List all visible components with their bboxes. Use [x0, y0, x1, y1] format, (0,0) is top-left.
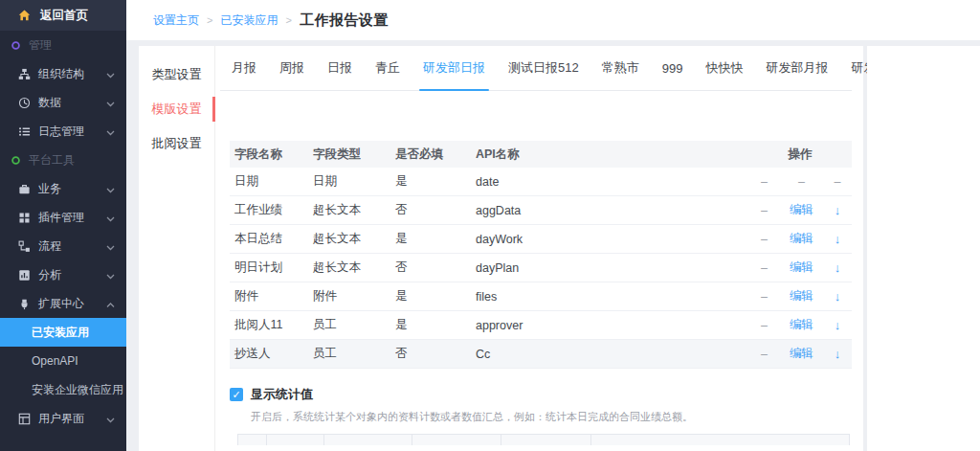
cell-api-name: files: [476, 290, 748, 304]
breadcrumb-settings-home[interactable]: 设置主页: [153, 12, 199, 29]
col-header-required: 是否必填: [395, 147, 476, 163]
action-dash: –: [748, 290, 780, 304]
tab-daily[interactable]: 日报: [316, 46, 364, 90]
sidebar-subitem-openapi[interactable]: OpenAPI: [0, 347, 126, 375]
ring-purple-icon: [10, 39, 22, 52]
sidebar-subitem-install-wecom-app[interactable]: 安装企业微信应用: [0, 375, 126, 404]
cell-required: 否: [395, 259, 476, 276]
sidebar-group-label: 管理: [29, 37, 52, 54]
move-down-icon[interactable]: ↓: [823, 318, 852, 332]
sidebar-item-workflow[interactable]: 流程: [0, 232, 126, 260]
sidebar-item-label: 数据: [38, 95, 61, 111]
tab-changshu[interactable]: 常熟市: [590, 46, 651, 90]
cell-required: 否: [395, 346, 476, 362]
sidebar-item-label: 流程: [38, 238, 61, 255]
edit-link[interactable]: 编辑: [780, 202, 823, 218]
action-dash: –: [748, 261, 780, 275]
cell-field-type: 附件: [313, 288, 395, 304]
breadcrumb: 设置主页 > 已安装应用 > 工作报告设置: [126, 0, 980, 40]
tab-rnd-monthly[interactable]: 研发部月报: [754, 46, 839, 90]
sidebar-item-logs[interactable]: 日志管理: [0, 117, 126, 146]
settings-menu-type[interactable]: 类型设置: [139, 57, 214, 92]
sidebar-item-extension-center[interactable]: 扩展中心: [0, 289, 126, 318]
cell-field-type: 员工: [313, 346, 395, 362]
cell-field-type: 超长文本: [313, 202, 395, 218]
tab-999[interactable]: 999: [651, 46, 695, 90]
sidebar-home-label: 返回首页: [40, 8, 88, 24]
sidebar-group-label: 平台工具: [29, 152, 75, 169]
move-down-icon[interactable]: ↓: [823, 347, 852, 361]
chevron-down-icon: [106, 209, 115, 226]
edit-link[interactable]: 编辑: [780, 288, 823, 304]
sidebar-group-admin: 管理: [0, 31, 126, 59]
tab-kuaikuaikuai[interactable]: 快快快: [694, 46, 754, 90]
settings-menu-template[interactable]: 模版设置: [139, 92, 214, 126]
sidebar-item-analytics[interactable]: 分析: [0, 260, 126, 289]
breadcrumb-separator: >: [285, 14, 291, 26]
main-panel: 类型设置 模版设置 批阅设置 月报 周报 日报 青丘 研发部日报 测试日报512…: [139, 46, 863, 451]
col-header-actions: 操作: [748, 147, 852, 163]
sidebar-item-user-interface[interactable]: 用户界面: [0, 404, 126, 433]
table-row: 本日总结 超长文本 是 dayWork – 编辑 ↓: [230, 225, 852, 254]
cell-api-name: aggData: [476, 204, 748, 217]
sidebar-item-label: 扩展中心: [38, 296, 84, 312]
page-title: 工作报告设置: [300, 11, 389, 30]
sidebar-item-label: 用户界面: [38, 411, 84, 427]
org-icon: [18, 68, 31, 80]
sidebar-item-label: 组织结构: [38, 66, 84, 82]
tab-monthly[interactable]: 月报: [220, 46, 268, 90]
tab-rnd-daily[interactable]: 研发部日报: [412, 46, 497, 90]
layout-icon: [18, 413, 31, 425]
chart-icon: [18, 269, 31, 282]
edit-link[interactable]: 编辑: [780, 346, 823, 362]
action-dash: –: [748, 348, 780, 361]
cell-required: 是: [395, 317, 476, 333]
sidebar: 返回首页 管理 组织结构 数据 日志管理 平台工具 业务: [0, 0, 126, 451]
cell-field-type: 日期: [313, 173, 395, 190]
cell-api-name: dayPlan: [476, 261, 748, 275]
edit-link[interactable]: 编辑: [780, 317, 823, 333]
cell-required: 是: [395, 288, 476, 304]
action-dash: –: [748, 204, 780, 217]
show-stats-checkbox[interactable]: ✓: [230, 388, 243, 401]
report-tabs: 月报 周报 日报 青丘 研发部日报 测试日报512 常熟市 999 快快快 研发…: [220, 46, 852, 91]
table-row: 明日计划 超长文本 否 dayPlan – 编辑 ↓: [230, 254, 852, 282]
cell-field-name: 日期: [230, 173, 313, 190]
tab-weekly[interactable]: 周报: [268, 46, 316, 90]
list-icon: [18, 125, 31, 138]
cell-api-name: dayWork: [476, 233, 748, 246]
edit-link[interactable]: 编辑: [780, 231, 823, 247]
move-down-icon[interactable]: ↓: [823, 289, 852, 304]
settings-menu-review[interactable]: 批阅设置: [139, 126, 214, 161]
edit-link[interactable]: 编辑: [780, 259, 823, 276]
sidebar-home-button[interactable]: 返回首页: [0, 0, 126, 31]
cell-field-name: 附件: [230, 288, 313, 304]
cell-field-name: 本日总结: [230, 231, 313, 247]
tab-test-daily-512[interactable]: 测试日报512: [497, 46, 590, 90]
sidebar-group-platform-tools: 平台工具: [0, 146, 126, 174]
action-dash: –: [748, 319, 780, 332]
move-down-icon[interactable]: ↓: [823, 232, 852, 246]
sidebar-item-plugins[interactable]: 插件管理: [0, 203, 126, 232]
cell-field-name: 工作业绩: [230, 202, 313, 218]
table-row: 日期 日期 是 date – – –: [230, 168, 852, 196]
sidebar-subitem-label: 已安装应用: [32, 325, 89, 341]
sidebar-subitem-installed-apps[interactable]: 已安装应用: [0, 318, 126, 347]
tab-qingqiu[interactable]: 青丘: [364, 46, 412, 90]
move-down-icon[interactable]: ↓: [823, 203, 852, 217]
move-down-icon[interactable]: ↓: [823, 260, 852, 275]
col-header-field-name: 字段名称: [230, 147, 313, 163]
sidebar-item-business[interactable]: 业务: [0, 174, 126, 203]
sidebar-subitem-label: OpenAPI: [32, 354, 78, 368]
cell-field-name: 明日计划: [230, 259, 313, 276]
sidebar-item-label: 业务: [38, 181, 61, 197]
cell-api-name: Cc: [476, 348, 748, 361]
action-dash: –: [748, 175, 780, 189]
table-row: 抄送人 员工 否 Cc – 编辑 ↓: [230, 340, 852, 369]
breadcrumb-installed-apps[interactable]: 已安装应用: [220, 12, 278, 29]
table-row: 工作业绩 超长文本 否 aggData – 编辑 ↓: [230, 196, 852, 225]
cell-required: 是: [395, 231, 476, 247]
sidebar-item-data[interactable]: 数据: [0, 88, 126, 117]
sidebar-item-org[interactable]: 组织结构: [0, 59, 126, 88]
col-header-field-type: 字段类型: [313, 147, 395, 163]
